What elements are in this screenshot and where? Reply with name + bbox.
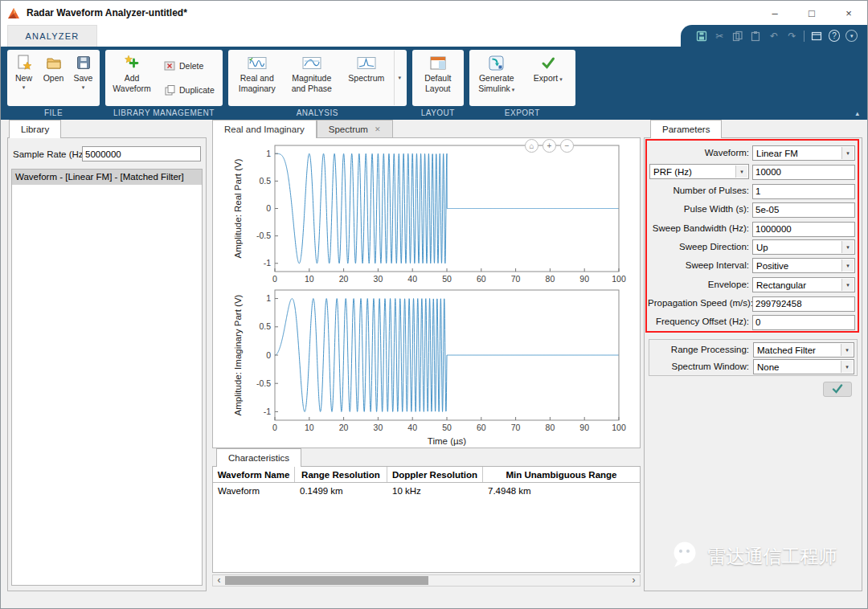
save-icon[interactable] [695, 30, 708, 43]
sample-rate-label: Sample Rate (Hz): [13, 149, 89, 159]
magnitude-and-phase-label: Magnitude and Phase [285, 73, 339, 93]
svg-text:0: 0 [272, 423, 277, 432]
tab-parameters[interactable]: Parameters [650, 120, 722, 138]
scroll-right-icon[interactable]: › [628, 575, 640, 586]
simulink-icon [489, 54, 504, 72]
ribbon-tab-row: ANALYZER ✂ ↶ ↷ ? ▾ [1, 25, 867, 47]
sweep-direction-dropdown[interactable]: Up▾ [752, 239, 855, 255]
real-and-imaginary-label: Real and Imaginary [230, 73, 285, 93]
range-processing-value: Matched Filter [757, 345, 816, 355]
chat-bubble-icon [669, 540, 700, 572]
cut-icon[interactable]: ✂ [714, 30, 727, 43]
chevron-down-icon: ▾ [841, 344, 853, 356]
watermark-text: 雷达通信工程师 [708, 544, 837, 569]
maximize-button[interactable]: □ [793, 1, 830, 25]
center-panel: Real and Imaginary Spectrum ✕ ⌂ + − 0102… [212, 120, 641, 591]
title-bar: Radar Waveform Analyzer-untitled* – □ × [1, 1, 867, 25]
table-row[interactable]: Waveform 0.1499 km 10 kHz 7.4948 km [213, 483, 640, 498]
waveform-dropdown[interactable]: Linear FM▾ [752, 145, 855, 161]
document-tabs: Real and Imaginary Spectrum ✕ [212, 120, 393, 138]
tab-spectrum[interactable]: Spectrum ✕ [317, 120, 393, 138]
sweep-interval-dropdown[interactable]: Positive▾ [752, 258, 855, 273]
save-button[interactable]: Save ▾ [68, 51, 98, 105]
duplicate-button[interactable]: Duplicate [158, 82, 219, 98]
minimize-button[interactable]: – [756, 1, 793, 25]
svg-text:60: 60 [477, 423, 486, 432]
parameters-panel: Parameters Waveform: Linear FM▾ PRF (Hz)… [644, 120, 862, 591]
add-waveform-button[interactable]: Add Waveform [107, 51, 157, 105]
default-layout-icon [430, 54, 446, 72]
sample-rate-input[interactable] [82, 146, 201, 161]
chevron-down-icon: ▾ [512, 87, 515, 92]
cell-min-unambiguous-range: 7.4948 km [483, 483, 640, 498]
quick-access-toolbar: ✂ ↶ ↷ ? ▾ [681, 25, 867, 47]
new-document-icon [16, 54, 32, 72]
horizontal-scrollbar[interactable]: ‹ › [212, 574, 641, 587]
characteristics-tab-label: Characteristics [228, 453, 289, 463]
new-button[interactable]: New ▾ [9, 51, 39, 105]
matlab-logo-icon [7, 6, 22, 19]
restore-view-icon[interactable]: ⌂ [525, 139, 538, 153]
paste-icon[interactable] [750, 30, 763, 43]
param-label-sweep-bandwidth: Sweep Bandwidth (Hz): [648, 221, 749, 236]
tab-library[interactable]: Library [9, 120, 61, 138]
redo-icon[interactable]: ↷ [786, 30, 799, 43]
close-button[interactable]: × [830, 1, 867, 25]
radar-waveform-analyzer-window: Radar Waveform Analyzer-untitled* – □ × … [0, 0, 868, 609]
range-processing-dropdown[interactable]: Matched Filter▾ [753, 342, 854, 358]
library-panel-body: Sample Rate (Hz): Waveform - [Linear FM]… [7, 137, 207, 591]
param-label-sweep-interval: Sweep Interval: [648, 258, 749, 273]
export-button[interactable]: Export▾ [522, 51, 574, 105]
close-icon[interactable]: ✕ [375, 125, 381, 133]
column-header-doppler-resolution[interactable]: Doppler Resolution [387, 467, 483, 482]
column-header-waveform-name[interactable]: Waveform Name [213, 467, 295, 482]
generate-simulink-button[interactable]: Generate Simulink▾ [471, 51, 522, 105]
sweep-bandwidth-input[interactable] [752, 222, 855, 237]
tab-characteristics[interactable]: Characteristics [216, 448, 301, 467]
zoom-out-icon[interactable]: − [560, 139, 574, 153]
tab-analyzer[interactable]: ANALYZER [7, 25, 97, 47]
param-label-envelope: Envelope: [648, 277, 749, 292]
svg-text:20: 20 [339, 423, 349, 432]
ribbon-options-icon[interactable]: ▾ [845, 30, 858, 42]
processing-group: Range Processing: Matched Filter▾ Spectr… [649, 339, 858, 376]
magnitude-and-phase-button[interactable]: Magnitude and Phase [285, 51, 339, 105]
ribbon-section-label-file: FILE [44, 108, 63, 117]
spectrum-button[interactable]: Spectrum [339, 51, 394, 105]
default-layout-button[interactable]: Default Layout [414, 51, 462, 105]
svg-text:50: 50 [442, 274, 452, 284]
svg-text:-0.5: -0.5 [256, 378, 271, 388]
real-and-imaginary-button[interactable]: Real and Imaginary [230, 51, 285, 105]
column-header-range-resolution[interactable]: Range Resolution [295, 467, 387, 482]
chevron-down-icon: ▾ [841, 361, 853, 373]
toolstrip-collapse-icon[interactable]: ▴ [855, 109, 859, 117]
ribbon-section-label-analysis: ANALYSIS [297, 108, 338, 117]
open-button[interactable]: Open [39, 51, 68, 105]
ribbon-group-layout: Default Layout LAYOUT [412, 50, 464, 120]
prf-selector-dropdown[interactable]: PRF (Hz)▾ [649, 164, 749, 179]
column-header-min-unambiguous-range[interactable]: Min Unambiguous Range [483, 467, 640, 482]
scrollbar-thumb[interactable] [225, 576, 428, 585]
prf-input[interactable] [752, 165, 855, 180]
envelope-dropdown[interactable]: Rectangular▾ [752, 277, 855, 292]
svg-text:80: 80 [546, 423, 555, 432]
help-icon[interactable]: ? [829, 30, 841, 42]
ribbon-group-file: New ▾ Open Save ▾ FILE [7, 50, 100, 120]
undo-icon[interactable]: ↶ [768, 30, 780, 43]
pulse-width-input[interactable] [752, 202, 855, 218]
copy-icon[interactable] [731, 30, 744, 43]
spectrum-window-dropdown[interactable]: None▾ [753, 359, 854, 374]
zoom-in-icon[interactable]: + [542, 139, 556, 153]
frequency-offset-input[interactable] [752, 315, 855, 330]
delete-button[interactable]: Delete [158, 58, 219, 74]
window-icon[interactable] [810, 30, 823, 43]
propagation-speed-input[interactable] [752, 296, 855, 312]
number-of-pulses-input[interactable] [752, 184, 855, 199]
scroll-left-icon[interactable]: ‹ [213, 575, 225, 586]
waveform-list: Waveform - [Linear FM] - [Matched Filter… [11, 169, 203, 586]
svg-text:20: 20 [339, 274, 349, 284]
waveform-list-item[interactable]: Waveform - [Linear FM] - [Matched Filter… [12, 170, 202, 185]
tab-real-and-imaginary[interactable]: Real and Imaginary [212, 120, 317, 138]
apply-button[interactable] [823, 382, 852, 397]
analysis-gallery-dropdown[interactable]: ▾ [394, 51, 405, 105]
